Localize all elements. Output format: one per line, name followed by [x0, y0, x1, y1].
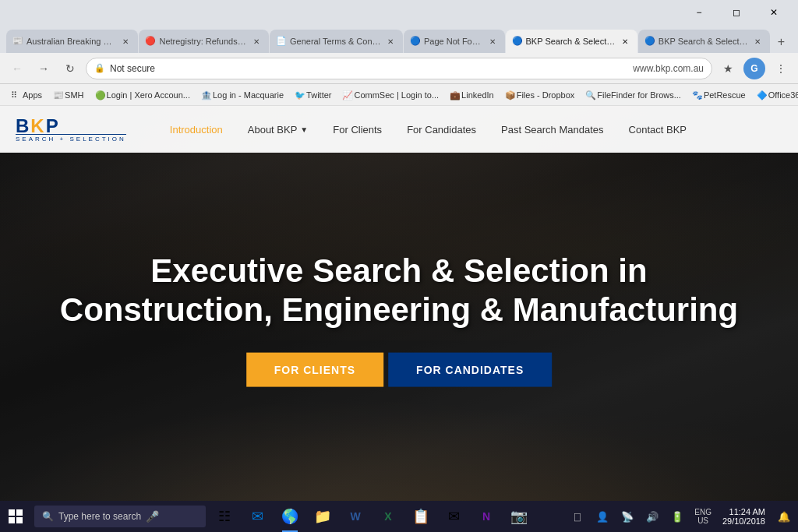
refresh-button[interactable]: ↻ [59, 58, 81, 79]
window-controls: − ◻ ✕ [681, 2, 792, 23]
bookmark-filefinder-for-brows[interactable]: 🔍FileFinder for Brows... [581, 89, 686, 101]
onenote-app[interactable]: N [471, 501, 502, 532]
taskbar-apps: ☷ ✉ 🌎 📁 W X 📋 ✉ N [209, 501, 535, 532]
back-button[interactable]: ← [6, 58, 28, 79]
hero-buttons: FOR CLIENTS FOR CANDIDATES [40, 353, 758, 387]
user-icon[interactable]: 👤 [591, 506, 613, 527]
bookmark-office365[interactable]: 🔷Office365 [752, 89, 798, 101]
language-section[interactable]: ENG US [691, 508, 715, 525]
bookmark-label: Login | Xero Accoun... [107, 90, 190, 100]
nav-link-contact-bkp[interactable]: Contact BKP [616, 106, 699, 153]
tab-favicon: 📰 [12, 36, 23, 47]
excel-app[interactable]: X [373, 501, 404, 532]
task-view-button[interactable]: ☷ [209, 501, 240, 532]
nav-label: Contact BKP [629, 124, 687, 136]
nav-label: For Clients [333, 124, 382, 136]
photos-app[interactable]: 📷 [503, 501, 535, 532]
bookmark-label: FileFinder for Brows... [597, 90, 681, 100]
browser-tab-3[interactable]: 📄 General Terms & Condi... ✕ [270, 30, 403, 53]
tab-close-button[interactable]: ✕ [250, 35, 263, 48]
bookmarks-bar: ⠿Apps📰SMH🟢Login | Xero Accoun...🏦Log in … [0, 84, 798, 106]
language-region: US [697, 516, 708, 525]
keyboard-icon[interactable]: ⎕ [567, 506, 588, 527]
nav-link-about-bkp[interactable]: About BKP ▼ [235, 106, 321, 153]
bookmark-favicon: 🟢 [95, 90, 104, 100]
bookmark-label: Office365 [768, 90, 798, 100]
bookmark-favicon: 🐦 [295, 90, 304, 100]
bookmark-commsec--login-to[interactable]: 📈CommSec | Login to... [337, 89, 443, 101]
clock[interactable]: 11:24 AM 29/10/2018 [718, 507, 770, 526]
tab-close-button[interactable]: ✕ [119, 35, 132, 48]
date-display: 29/10/2018 [722, 516, 765, 526]
bookmark-linkedin[interactable]: 💼LinkedIn [445, 89, 499, 101]
mail-app[interactable]: ✉ [438, 501, 469, 532]
address-bar: ← → ↻ 🔒 Not secure www.bkp.com.au ★ G ⋮ [0, 53, 798, 84]
menu-button[interactable]: ⋮ [770, 58, 792, 79]
bookmark-log-in---macquarie[interactable]: 🏦Log in - Macquarie [196, 89, 288, 101]
browser-tab-1[interactable]: 📰 Australian Breaking Ne... ✕ [6, 30, 138, 53]
taskbar-right: ⎕ 👤 📡 🔊 🔋 ENG US 11:24 AM 29/10/2018 🔔 [567, 506, 798, 527]
new-tab-button[interactable]: + [771, 31, 792, 53]
bookmark-label: Twitter [306, 90, 331, 100]
bookmark-label: Log in - Macquarie [213, 90, 284, 100]
bookmark-smh[interactable]: 📰SMH [48, 89, 88, 101]
file-explorer-app[interactable]: 📁 [307, 501, 338, 532]
taskbar: 🔍 Type here to search 🎤 ☷ ✉ 🌎 📁 W X [0, 501, 798, 532]
tab-close-button[interactable]: ✕ [751, 35, 764, 48]
tab-favicon: 🔵 [644, 36, 655, 47]
website-content: B K P SEARCH + SELECTION IntroductionAbo… [0, 106, 798, 532]
profile-button[interactable]: G [743, 58, 765, 79]
restore-button[interactable]: ◻ [719, 2, 754, 23]
network-icon[interactable]: 📡 [616, 506, 638, 527]
bookmark-label: LinkedIn [461, 90, 494, 100]
hero-content: Executive Search & Selection in Construc… [40, 251, 758, 387]
browser-tab-2[interactable]: 🔴 Netregistry: Refunds p... ✕ [139, 30, 269, 53]
battery-icon[interactable]: 🔋 [666, 506, 688, 527]
url-bar[interactable]: 🔒 Not secure www.bkp.com.au [86, 58, 712, 79]
notification-icon[interactable]: 🔔 [773, 506, 795, 527]
bookmark-login--xero-accoun[interactable]: 🟢Login | Xero Accoun... [90, 89, 195, 101]
tab-close-button[interactable]: ✕ [384, 35, 397, 48]
browser-tab-6[interactable]: 🔵 BKP Search & Selectio... ✕ [638, 30, 770, 53]
bookmark-label: Files - Dropbox [517, 90, 575, 100]
app-6[interactable]: 📋 [405, 501, 436, 532]
word-app[interactable]: W [340, 501, 371, 532]
bookmark-favicon: 🔷 [757, 90, 766, 100]
nav-link-for-clients[interactable]: For Clients [320, 106, 394, 153]
browser-tab-5[interactable]: 🔵 BKP Search & Selectio... ✕ [506, 30, 637, 53]
taskbar-search[interactable]: 🔍 Type here to search 🎤 [34, 506, 206, 527]
start-button[interactable] [0, 501, 31, 532]
bookmark-files---dropbox[interactable]: 📦Files - Dropbox [500, 89, 580, 101]
security-icon: 🔒 [94, 63, 105, 73]
for-clients-button[interactable]: FOR CLIENTS [246, 353, 383, 387]
tab-favicon: 📄 [276, 36, 287, 47]
bookmark-twitter[interactable]: 🐦Twitter [290, 89, 336, 101]
forward-button[interactable]: → [33, 58, 55, 79]
tab-favicon: 🔴 [145, 36, 156, 47]
close-button[interactable]: ✕ [756, 2, 792, 23]
tab-close-button[interactable]: ✕ [486, 35, 499, 48]
volume-icon[interactable]: 🔊 [641, 506, 663, 527]
for-candidates-button[interactable]: FOR CANDIDATES [388, 353, 552, 387]
nav-link-for-candidates[interactable]: For Candidates [394, 106, 489, 153]
outlook-app[interactable]: ✉ [242, 501, 273, 532]
bookmark-favicon: 📈 [342, 90, 351, 100]
chrome-app[interactable]: 🌎 [274, 501, 305, 532]
bookmark-apps[interactable]: ⠿Apps [6, 89, 47, 101]
url-domain: www.bkp.com.au [633, 63, 704, 74]
bookmark-button[interactable]: ★ [717, 58, 739, 79]
tab-label: Australian Breaking Ne... [26, 37, 116, 46]
bookmark-label: Apps [23, 90, 42, 100]
microphone-icon: 🎤 [146, 510, 159, 523]
tab-label: Page Not Found [424, 37, 483, 46]
browser-tab-4[interactable]: 🔵 Page Not Found ✕ [404, 30, 505, 53]
site-navigation: B K P SEARCH + SELECTION IntroductionAbo… [0, 106, 798, 153]
nav-link-introduction[interactable]: Introduction [157, 106, 235, 153]
tab-close-button[interactable]: ✕ [619, 35, 631, 48]
minimize-button[interactable]: − [681, 2, 717, 23]
url-text: Not secure [110, 63, 628, 74]
nav-dropdown-icon: ▼ [300, 125, 308, 134]
bookmark-petrescue[interactable]: 🐾PetRescue [687, 89, 750, 101]
nav-label: Introduction [170, 124, 223, 136]
nav-link-past-search-mandates[interactable]: Past Search Mandates [489, 106, 616, 153]
